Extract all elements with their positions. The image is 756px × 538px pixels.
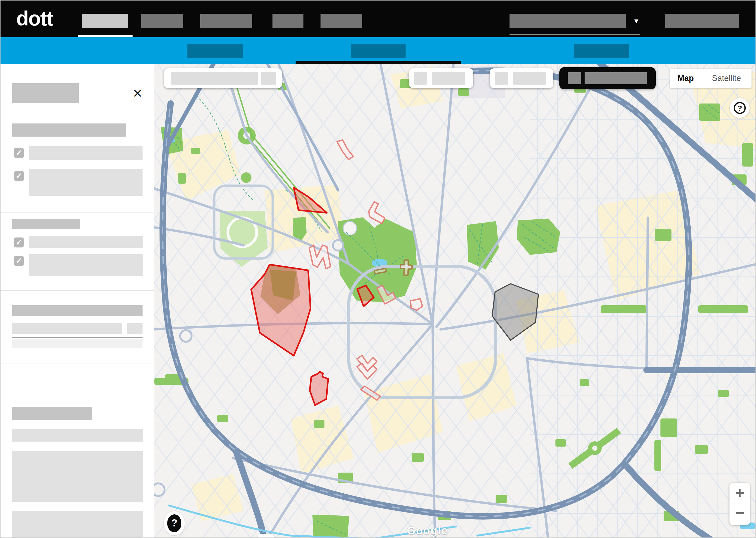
google-logo: Google xyxy=(407,524,448,537)
section3-heading-placeholder xyxy=(12,305,143,316)
checkbox-2-label xyxy=(29,169,143,196)
checkbox-3[interactable]: ✓ xyxy=(14,238,24,247)
section2-heading-placeholder xyxy=(12,219,80,229)
dropdown-underline xyxy=(509,34,640,35)
dott-logo: dott xyxy=(16,0,53,37)
bottom-block-placeholder xyxy=(12,511,143,538)
zoom-control: + − xyxy=(730,483,750,525)
nav-item-2[interactable] xyxy=(141,14,183,28)
slack-icon xyxy=(258,534,274,538)
close-icon[interactable]: ✕ xyxy=(131,87,144,100)
chevron-down-icon[interactable]: ▼ xyxy=(630,14,642,28)
checkbox-4[interactable]: ✓ xyxy=(14,256,24,266)
nav-item-1-active[interactable] xyxy=(82,14,128,28)
helper-text-placeholder xyxy=(12,340,143,348)
map-type-satellite-button[interactable]: Satellite xyxy=(701,69,752,88)
layer-toggle-card-selected[interactable] xyxy=(559,67,656,89)
toggle-label-placeholder xyxy=(432,72,465,84)
toggle-icon-placeholder[interactable] xyxy=(568,72,581,84)
nav-active-underline xyxy=(78,35,132,37)
checkbox-3-label xyxy=(29,236,143,248)
search-button-placeholder[interactable] xyxy=(261,72,276,84)
question-icon: ? xyxy=(167,514,181,532)
row-placeholder xyxy=(12,429,143,442)
chat-widget-icon[interactable] xyxy=(258,534,274,538)
section-divider xyxy=(0,363,154,364)
nav-item-4[interactable] xyxy=(272,14,304,28)
nav-item-3[interactable] xyxy=(200,14,252,28)
layer-toggle-card-1[interactable] xyxy=(409,68,473,88)
input-underline xyxy=(12,337,143,338)
top-navigation-bar: dott ▼ xyxy=(0,0,756,37)
checkbox-4-label xyxy=(29,254,143,276)
filters-sidebar: ✕ ✓ ✓ ✓ ✓ xyxy=(0,64,154,538)
tab-3[interactable] xyxy=(574,44,629,58)
toggle-icon-placeholder[interactable] xyxy=(414,72,427,84)
search-card[interactable] xyxy=(164,68,282,88)
section-divider xyxy=(0,290,154,291)
basemap-svg xyxy=(154,64,755,538)
zoom-in-button[interactable]: + xyxy=(730,483,750,504)
map-type-map-button[interactable]: Map xyxy=(670,69,701,88)
city-dropdown[interactable] xyxy=(509,14,626,28)
toggle-label-placeholder xyxy=(513,72,546,84)
toggle-label-placeholder xyxy=(585,72,647,84)
section4-heading-placeholder xyxy=(12,407,92,420)
checkbox-1-label xyxy=(29,146,143,160)
checkbox-1[interactable]: ✓ xyxy=(14,148,24,158)
help-button-bottom[interactable]: ? xyxy=(164,511,185,535)
tab-2-active[interactable] xyxy=(351,44,405,58)
input-suffix-placeholder[interactable] xyxy=(127,323,143,334)
sidebar-title-placeholder xyxy=(12,83,79,103)
secondary-tab-bar xyxy=(0,37,756,64)
input-field-placeholder[interactable] xyxy=(12,323,122,334)
textarea-placeholder[interactable] xyxy=(12,451,143,502)
layer-toggle-card-2[interactable] xyxy=(490,68,553,88)
zoom-out-button[interactable]: − xyxy=(730,504,750,525)
checkbox-2[interactable]: ✓ xyxy=(14,171,24,181)
search-input-placeholder[interactable] xyxy=(171,72,258,84)
nav-item-5[interactable] xyxy=(320,14,362,28)
account-button[interactable] xyxy=(665,14,739,28)
section-divider xyxy=(0,212,154,213)
toggle-icon-placeholder[interactable] xyxy=(495,72,508,84)
section1-heading-placeholder xyxy=(12,124,126,136)
tab-active-underline xyxy=(296,61,461,64)
map-type-control: Map Satellite xyxy=(670,69,752,88)
map-canvas[interactable]: Map Satellite ? + − ? Google xyxy=(154,64,756,538)
question-icon: ? xyxy=(734,102,746,114)
tab-1[interactable] xyxy=(187,44,243,58)
help-button-top[interactable]: ? xyxy=(730,98,750,118)
